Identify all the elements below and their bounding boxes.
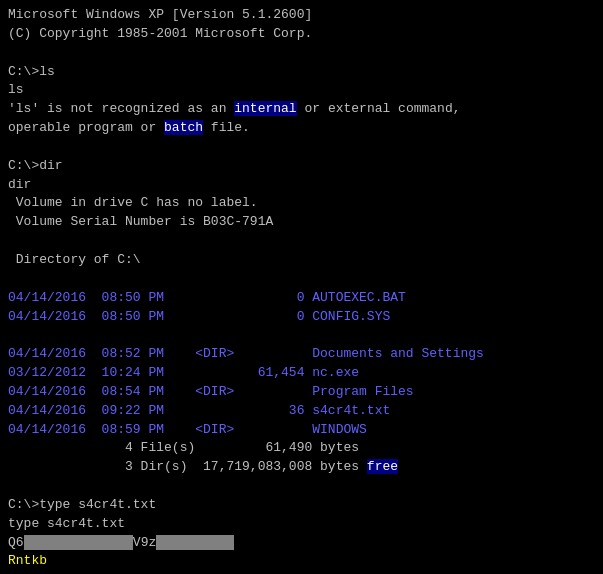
cmd-type: C:\>type s4cr4t.txt [8,496,595,515]
redacted-2: 5b3VfbGl. [63,535,133,550]
header-line-1: Microsoft Windows XP [Version 5.1.2600] [8,6,595,25]
file-line-2: 04/14/2016 08:50 PM 0 CONFIG.SYS [8,308,595,327]
dir-output-3: Volume Serial Number is B03C-791A [8,213,595,232]
dir-output-1: dir [8,176,595,195]
file-line-6: 04/14/2016 09:22 PM 36 s4cr4t.txt [8,402,595,421]
cmd-ls: C:\>ls [8,63,595,82]
blank-line-5 [8,326,595,345]
redacted-1: Rntkb [24,535,63,550]
ls-output-1: ls [8,81,595,100]
ls-output-2: 'ls' is not recognized as an internal or… [8,100,595,119]
internal-highlight: internal [234,101,296,116]
encrypted-line: Q6Rntkb5b3VfbGl.V9zlmZmVyfQ== [8,534,595,553]
file-line-4: 03/12/2012 10:24 PM 61,454 nc.exe [8,364,595,383]
ls-output-3: operable program or batch file. [8,119,595,138]
encrypted-visible-1: V9z [133,535,156,550]
cmd-shutdown: Rntkb [8,552,595,571]
summary-line-1: 4 File(s) 61,490 bytes [8,439,595,458]
file-line-3: 04/14/2016 08:52 PM <DIR> Documents and … [8,345,595,364]
blank-line-4 [8,270,595,289]
header-line-2: (C) Copyright 1985-2001 Microsoft Corp. [8,25,595,44]
terminal-window: Microsoft Windows XP [Version 5.1.2600] … [0,0,603,574]
file-line-1: 04/14/2016 08:50 PM 0 AUTOEXEC.BAT [8,289,595,308]
blank-line-6 [8,477,595,496]
batch-highlight: batch [164,120,203,135]
blank-line-1 [8,44,595,63]
dir-output-2: Volume in drive C has no label. [8,194,595,213]
blank-line-3 [8,232,595,251]
redacted-3: lmZmVyfQ== [156,535,234,550]
file-line-5: 04/14/2016 08:54 PM <DIR> Program Files [8,383,595,402]
summary-line-2: 3 Dir(s) 17,719,083,008 bytes free [8,458,595,477]
file-line-7: 04/14/2016 08:59 PM <DIR> WINDOWS [8,421,595,440]
cmd-dir: C:\>dir [8,157,595,176]
blank-line-2 [8,138,595,157]
type-output-1: type s4cr4t.txt [8,515,595,534]
directory-label: Directory of C:\ [8,251,595,270]
free-highlight: free [367,459,398,474]
